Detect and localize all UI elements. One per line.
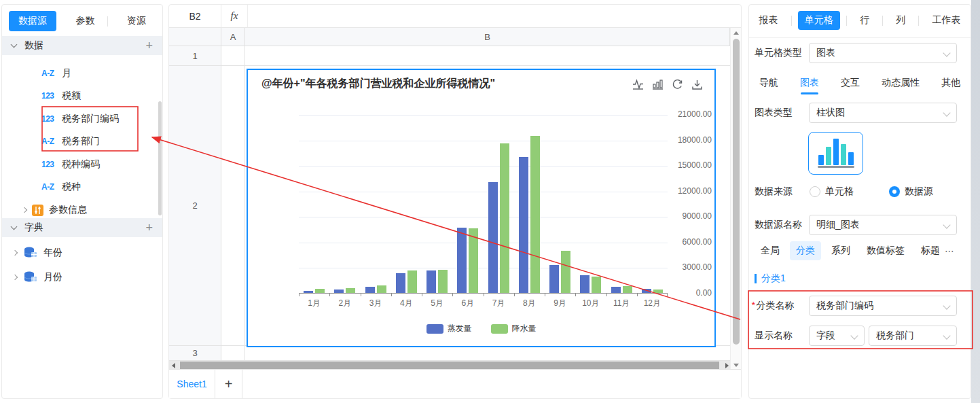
cell-type-select[interactable]: 图表	[809, 43, 957, 63]
field-label: 税额	[62, 90, 81, 102]
subtab-dynamic-props[interactable]: 动态属性	[880, 73, 921, 93]
chart-object[interactable]: @年份+"年各税务部门营业税和企业所得税情况"	[247, 69, 716, 347]
x-tick	[422, 294, 422, 296]
formula-input[interactable]	[247, 5, 741, 27]
datasource-name-select[interactable]: 明细_图表	[809, 215, 957, 235]
x-tick-label: 7月	[484, 298, 514, 309]
cfgtab-global[interactable]: 全局	[755, 241, 786, 260]
display-type-select[interactable]: 字段	[809, 326, 865, 346]
field-item-tax-type-code[interactable]: 123 税种编码	[2, 154, 100, 175]
cell-a1[interactable]	[221, 46, 245, 66]
refresh-icon[interactable]	[671, 78, 684, 91]
sheet-tab[interactable]: Sheet1	[169, 370, 215, 398]
row-header-2[interactable]: 2	[169, 66, 221, 346]
cell-a3[interactable]	[221, 346, 245, 361]
tab-parameters[interactable]: 参数	[64, 11, 107, 31]
x-tick	[637, 294, 638, 296]
radio-cell-label[interactable]: 单元格	[825, 186, 854, 198]
subtab-other[interactable]: 其他	[940, 73, 962, 93]
cell-b1[interactable]	[245, 46, 741, 66]
bar-降水量-7月	[500, 143, 509, 293]
subtab-interaction[interactable]: 交互	[839, 73, 861, 93]
radio-cell[interactable]	[810, 186, 820, 197]
y-tick-label: 6000.00	[668, 237, 712, 247]
param-info-item[interactable]: 参数信息	[2, 200, 87, 220]
column-headers: A B	[169, 28, 741, 46]
chart-legend: 蒸发量降水量	[248, 323, 714, 334]
row-header-1[interactable]: 1	[169, 46, 221, 66]
row-header-3[interactable]: 3	[169, 346, 221, 361]
bar-chart-type-thumbnail[interactable]	[808, 132, 863, 175]
scroll-left-icon[interactable]	[172, 363, 175, 368]
datasource-panel: 数据源 参数 资源 数据 + A-Z 月 123 税额 123 税务部门编码 A…	[1, 4, 163, 399]
tab-worksheet[interactable]: 工作表	[925, 11, 967, 30]
radio-datasource[interactable]	[889, 186, 900, 197]
database-icon	[24, 271, 37, 283]
radio-datasource-label[interactable]: 数据源	[905, 186, 933, 198]
tab-datasource[interactable]: 数据源	[9, 11, 56, 31]
field-item-tax-type[interactable]: A-Z 税种	[2, 177, 81, 197]
column-header-b[interactable]: B	[245, 28, 730, 46]
section-header-data[interactable]: 数据 +	[2, 36, 162, 55]
y-tick-label: 15000.00	[668, 160, 712, 170]
download-icon[interactable]	[691, 78, 704, 91]
scroll-right-icon[interactable]	[725, 363, 729, 368]
line-chart-icon[interactable]	[632, 78, 645, 91]
add-sheet-button[interactable]: +	[215, 370, 242, 398]
tab-row[interactable]: 行	[853, 11, 876, 30]
legend-swatch	[427, 324, 443, 334]
bar-蒸发量-5月	[427, 270, 436, 293]
gridline	[299, 217, 668, 217]
tab-column[interactable]: 列	[889, 11, 912, 30]
cfgtab-category[interactable]: 分类	[790, 241, 821, 260]
fx-button[interactable]: fx	[221, 10, 247, 22]
cell-a2[interactable]	[221, 66, 245, 346]
subtab-chart[interactable]: 图表	[799, 73, 820, 93]
legend-item-降水量[interactable]: 降水量	[491, 323, 537, 334]
category-name-select[interactable]: 税务部门编码	[809, 296, 957, 316]
scroll-up-icon[interactable]	[733, 31, 739, 35]
section-header-dict[interactable]: 字典 +	[2, 218, 162, 237]
tab-report[interactable]: 报表	[752, 11, 785, 30]
x-tick	[667, 294, 668, 296]
field-item-tax-amount[interactable]: 123 税额	[2, 86, 81, 106]
tab-cell[interactable]: 单元格	[798, 11, 840, 30]
cfgtab-series[interactable]: 系列	[825, 241, 856, 260]
sidebar-scrollbar[interactable]	[158, 101, 162, 215]
left-panel-tabs: 数据源 参数 资源	[2, 10, 162, 33]
legend-item-蒸发量[interactable]: 蒸发量	[427, 323, 472, 334]
field-item-month[interactable]: A-Z 月	[2, 63, 71, 84]
y-tick-label: 21000.00	[668, 109, 712, 119]
vertical-scroll-thumb[interactable]	[733, 39, 740, 345]
subtab-navigation[interactable]: 导航	[758, 73, 780, 93]
display-field-select[interactable]: 税务部门	[869, 326, 957, 346]
chart-type-label: 图表类型	[755, 107, 793, 119]
add-icon[interactable]: +	[145, 39, 153, 52]
bar-降水量-5月	[438, 270, 448, 293]
cell-b3[interactable]	[245, 346, 741, 361]
field-item-tax-dept-code[interactable]: 123 税务部门编码	[2, 109, 119, 129]
cfgtab-overflow-icon[interactable]: ⋯	[943, 242, 956, 260]
bar-蒸发量-7月	[488, 182, 498, 293]
column-header-a[interactable]: A	[221, 28, 245, 46]
bar-降水量-2月	[346, 288, 355, 293]
tab-resources[interactable]: 资源	[115, 11, 158, 31]
dict-item-year[interactable]: 年份	[2, 243, 62, 263]
field-item-tax-dept[interactable]: A-Z 税务部门	[2, 131, 100, 152]
gridline	[299, 268, 668, 268]
scroll-down-icon[interactable]	[733, 364, 739, 367]
chevron-right-icon	[22, 207, 27, 213]
vertical-scrollbar[interactable]	[730, 28, 741, 370]
corner-cell[interactable]	[169, 28, 221, 46]
bar-chart-icon[interactable]	[651, 78, 664, 91]
cell-name-box[interactable]: B2	[169, 5, 221, 28]
add-icon[interactable]: +	[145, 222, 153, 234]
cell-type-value: 图表	[816, 47, 835, 59]
cfgtab-title[interactable]: 标题	[915, 241, 939, 260]
bar-降水量-1月	[315, 289, 325, 293]
cfgtab-value-label[interactable]: 数值标签	[860, 241, 911, 260]
item-label: 参数信息	[49, 204, 87, 216]
chart-type-select[interactable]: 柱状图	[809, 103, 957, 123]
x-tick-label: 4月	[391, 298, 422, 309]
dict-item-month[interactable]: 月份	[2, 267, 62, 287]
